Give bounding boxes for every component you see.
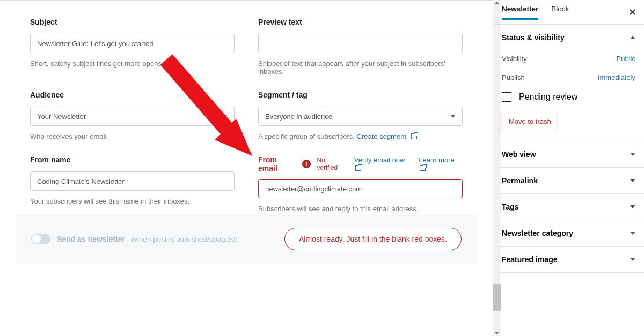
- from-name-label: From name: [30, 155, 235, 164]
- external-link-icon: [420, 165, 426, 171]
- visibility-value-link[interactable]: Public: [617, 55, 635, 63]
- subject-input[interactable]: Newsletter Glue: Let's get you started: [30, 34, 235, 53]
- chevron-up-icon: [630, 36, 635, 39]
- panel-newsletter-category[interactable]: Newsletter category: [493, 220, 644, 246]
- chevron-down-icon: [630, 232, 635, 235]
- chevron-down-icon: [222, 115, 228, 118]
- external-link-icon: [355, 165, 361, 171]
- from-name-hint: Your subscribers will see this name in t…: [30, 197, 235, 205]
- scroll-down-icon: [494, 332, 500, 334]
- status-pill: Almost ready. Just fill in the blank red…: [284, 228, 462, 250]
- preview-text-label: Preview text: [258, 18, 463, 26]
- scrollbar[interactable]: [493, 0, 501, 336]
- preview-text-input[interactable]: [258, 34, 463, 53]
- external-link-icon: [411, 133, 417, 139]
- tab-block[interactable]: Block: [551, 5, 569, 19]
- create-segment-link[interactable]: Create segment: [357, 132, 418, 140]
- scroll-thumb[interactable]: [493, 284, 501, 311]
- pending-review-checkbox[interactable]: [502, 92, 511, 102]
- from-name-input[interactable]: Coding Climate's Newsletter: [30, 171, 235, 191]
- chevron-down-icon: [630, 179, 635, 182]
- panel-tags[interactable]: Tags: [493, 194, 644, 220]
- chevron-down-icon: [630, 205, 635, 208]
- from-email-input[interactable]: newsletter@codingclimate.com: [258, 179, 463, 198]
- publish-label: Publish: [502, 73, 525, 81]
- subject-label: Subject: [30, 18, 235, 26]
- panel-permalink[interactable]: Permalink: [493, 168, 644, 193]
- publish-value-link[interactable]: Immediately: [598, 73, 635, 81]
- audience-label: Audience: [30, 91, 235, 99]
- learn-more-link[interactable]: Learn more: [419, 156, 463, 172]
- verify-email-link[interactable]: Verify email now: [354, 156, 412, 172]
- panel-status-visibility[interactable]: Status & visibility: [493, 25, 644, 50]
- send-as-newsletter-toggle[interactable]: [31, 234, 50, 244]
- footer-bar: Send as newsletter (when post is publish…: [16, 215, 477, 263]
- segment-select[interactable]: Everyone in audience: [258, 107, 463, 126]
- settings-sidebar: Newsletter Block ✕ Status & visibility V…: [493, 0, 644, 336]
- panel-featured-image[interactable]: Featured image: [493, 247, 644, 272]
- tab-newsletter[interactable]: Newsletter: [502, 5, 538, 20]
- chevron-down-icon: [630, 153, 635, 156]
- audience-select[interactable]: Your Newsletter: [30, 107, 235, 126]
- error-icon: !: [302, 160, 310, 168]
- chevron-down-icon: [450, 115, 456, 118]
- audience-hint: Who receives your email.: [30, 132, 235, 140]
- segment-hint: A specific group of subscribers. Create …: [258, 132, 463, 140]
- segment-label: Segment / tag: [258, 91, 463, 99]
- preview-text-hint: Snippet of text that appears after your …: [258, 59, 463, 76]
- chevron-down-icon: [630, 258, 635, 261]
- send-as-newsletter-sub: (when post is published/updated): [131, 235, 238, 243]
- panel-web-view[interactable]: Web view: [493, 141, 644, 167]
- not-verified-text: Not verified: [317, 156, 348, 171]
- from-email-hint: Subscribers will see and reply to this e…: [258, 205, 463, 213]
- visibility-label: Visibility: [502, 55, 527, 63]
- from-email-label: From email: [258, 155, 296, 173]
- move-to-trash-button[interactable]: Move to trash: [502, 113, 558, 130]
- subject-hint: Short, catchy subject lines get more ope…: [30, 59, 235, 68]
- main-editor-area: Subject Newsletter Glue: Let's get you s…: [0, 0, 493, 263]
- close-icon[interactable]: ✕: [628, 6, 636, 18]
- pending-review-label: Pending review: [519, 92, 577, 102]
- send-as-newsletter-label: Send as newsletter: [57, 235, 125, 243]
